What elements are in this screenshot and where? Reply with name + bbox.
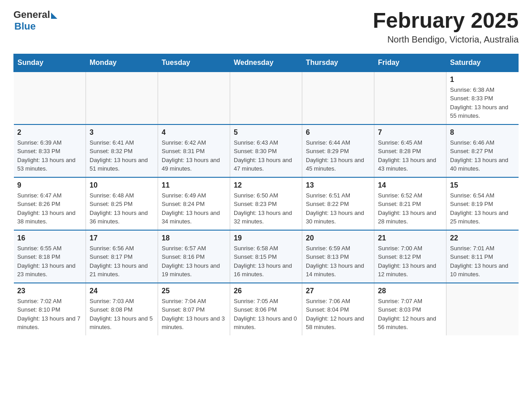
day-info: Sunrise: 7:06 AM Sunset: 8:04 PM Dayligh… — [306, 297, 370, 332]
day-number: 5 — [234, 128, 298, 137]
calendar-week-row: 16Sunrise: 6:55 AM Sunset: 8:18 PM Dayli… — [14, 230, 519, 283]
day-number: 23 — [17, 287, 82, 295]
calendar-day-cell: 19Sunrise: 6:58 AM Sunset: 8:15 PM Dayli… — [230, 230, 302, 283]
calendar-day-cell — [446, 283, 519, 335]
day-info: Sunrise: 6:49 AM Sunset: 8:24 PM Dayligh… — [162, 191, 226, 226]
day-number: 28 — [378, 287, 442, 295]
day-number: 24 — [90, 287, 154, 295]
day-info: Sunrise: 6:59 AM Sunset: 8:13 PM Dayligh… — [306, 244, 370, 279]
day-number: 11 — [162, 181, 226, 189]
weekday-header-tuesday: Tuesday — [158, 54, 230, 72]
day-number: 7 — [378, 128, 442, 137]
day-number: 15 — [450, 181, 515, 189]
calendar-day-cell: 24Sunrise: 7:03 AM Sunset: 8:08 PM Dayli… — [86, 283, 158, 335]
weekday-header-sunday: Sunday — [14, 54, 86, 72]
day-info: Sunrise: 6:39 AM Sunset: 8:33 PM Dayligh… — [17, 138, 82, 173]
calendar-day-cell: 7Sunrise: 6:45 AM Sunset: 8:28 PM Daylig… — [374, 124, 446, 177]
day-info: Sunrise: 6:48 AM Sunset: 8:25 PM Dayligh… — [90, 191, 154, 226]
calendar-day-cell: 18Sunrise: 6:57 AM Sunset: 8:16 PM Dayli… — [158, 230, 230, 283]
day-number: 1 — [450, 76, 515, 84]
calendar-week-row: 9Sunrise: 6:47 AM Sunset: 8:26 PM Daylig… — [14, 177, 519, 230]
day-number: 19 — [234, 234, 298, 242]
calendar-day-cell — [302, 72, 374, 124]
calendar-day-cell: 20Sunrise: 6:59 AM Sunset: 8:13 PM Dayli… — [302, 230, 374, 283]
day-number: 12 — [234, 181, 298, 189]
day-info: Sunrise: 6:38 AM Sunset: 8:33 PM Dayligh… — [450, 86, 515, 120]
calendar-day-cell: 28Sunrise: 7:07 AM Sunset: 8:03 PM Dayli… — [374, 283, 446, 335]
calendar-week-row: 1Sunrise: 6:38 AM Sunset: 8:33 PM Daylig… — [14, 72, 519, 124]
title-block: February 2025 North Bendigo, Victoria, A… — [373, 9, 519, 45]
logo-general-text: General — [13, 9, 50, 21]
day-info: Sunrise: 6:56 AM Sunset: 8:17 PM Dayligh… — [90, 244, 154, 279]
day-info: Sunrise: 7:03 AM Sunset: 8:08 PM Dayligh… — [90, 297, 154, 332]
day-info: Sunrise: 6:43 AM Sunset: 8:30 PM Dayligh… — [234, 138, 298, 173]
calendar-day-cell — [374, 72, 446, 124]
day-number: 17 — [90, 234, 154, 242]
day-number: 18 — [162, 234, 226, 242]
calendar-day-cell: 25Sunrise: 7:04 AM Sunset: 8:07 PM Dayli… — [158, 283, 230, 335]
day-number: 9 — [17, 181, 82, 189]
calendar-day-cell: 3Sunrise: 6:41 AM Sunset: 8:32 PM Daylig… — [86, 124, 158, 177]
day-info: Sunrise: 6:54 AM Sunset: 8:19 PM Dayligh… — [450, 191, 515, 226]
day-number: 27 — [306, 287, 370, 295]
calendar-day-cell: 1Sunrise: 6:38 AM Sunset: 8:33 PM Daylig… — [446, 72, 519, 124]
day-number: 26 — [234, 287, 298, 295]
calendar-day-cell: 4Sunrise: 6:42 AM Sunset: 8:31 PM Daylig… — [158, 124, 230, 177]
day-info: Sunrise: 7:00 AM Sunset: 8:12 PM Dayligh… — [378, 244, 442, 279]
calendar-day-cell: 5Sunrise: 6:43 AM Sunset: 8:30 PM Daylig… — [230, 124, 302, 177]
day-number: 22 — [450, 234, 515, 242]
logo-arrow-icon — [51, 13, 57, 19]
calendar-day-cell: 17Sunrise: 6:56 AM Sunset: 8:17 PM Dayli… — [86, 230, 158, 283]
day-number: 4 — [162, 128, 226, 137]
day-info: Sunrise: 6:46 AM Sunset: 8:27 PM Dayligh… — [450, 138, 515, 173]
day-number: 8 — [450, 128, 515, 137]
calendar-day-cell: 10Sunrise: 6:48 AM Sunset: 8:25 PM Dayli… — [86, 177, 158, 230]
calendar-table: SundayMondayTuesdayWednesdayThursdayFrid… — [13, 54, 519, 335]
logo-blue-text: Blue — [14, 21, 36, 32]
weekday-header-saturday: Saturday — [446, 54, 519, 72]
day-number: 2 — [17, 128, 82, 137]
day-info: Sunrise: 7:01 AM Sunset: 8:11 PM Dayligh… — [450, 244, 515, 279]
day-number: 20 — [306, 234, 370, 242]
day-info: Sunrise: 6:57 AM Sunset: 8:16 PM Dayligh… — [162, 244, 226, 279]
day-info: Sunrise: 7:07 AM Sunset: 8:03 PM Dayligh… — [378, 297, 442, 332]
day-info: Sunrise: 7:04 AM Sunset: 8:07 PM Dayligh… — [162, 297, 226, 332]
day-info: Sunrise: 6:45 AM Sunset: 8:28 PM Dayligh… — [378, 138, 442, 173]
day-info: Sunrise: 7:02 AM Sunset: 8:10 PM Dayligh… — [17, 297, 82, 332]
day-info: Sunrise: 7:05 AM Sunset: 8:06 PM Dayligh… — [234, 297, 298, 332]
day-info: Sunrise: 6:41 AM Sunset: 8:32 PM Dayligh… — [90, 138, 154, 173]
weekday-header-row: SundayMondayTuesdayWednesdayThursdayFrid… — [14, 54, 519, 72]
day-number: 13 — [306, 181, 370, 189]
calendar-day-cell: 12Sunrise: 6:50 AM Sunset: 8:23 PM Dayli… — [230, 177, 302, 230]
calendar-day-cell: 9Sunrise: 6:47 AM Sunset: 8:26 PM Daylig… — [14, 177, 86, 230]
location-subtitle: North Bendigo, Victoria, Australia — [373, 34, 519, 45]
calendar-day-cell: 8Sunrise: 6:46 AM Sunset: 8:27 PM Daylig… — [446, 124, 519, 177]
day-number: 21 — [378, 234, 442, 242]
calendar-day-cell: 23Sunrise: 7:02 AM Sunset: 8:10 PM Dayli… — [14, 283, 86, 335]
day-info: Sunrise: 6:55 AM Sunset: 8:18 PM Dayligh… — [17, 244, 82, 279]
weekday-header-thursday: Thursday — [302, 54, 374, 72]
day-info: Sunrise: 6:52 AM Sunset: 8:21 PM Dayligh… — [378, 191, 442, 226]
calendar-day-cell — [86, 72, 158, 124]
calendar-day-cell: 16Sunrise: 6:55 AM Sunset: 8:18 PM Dayli… — [14, 230, 86, 283]
day-number: 16 — [17, 234, 82, 242]
day-number: 10 — [90, 181, 154, 189]
day-info: Sunrise: 6:58 AM Sunset: 8:15 PM Dayligh… — [234, 244, 298, 279]
weekday-header-wednesday: Wednesday — [230, 54, 302, 72]
day-number: 25 — [162, 287, 226, 295]
calendar-day-cell: 14Sunrise: 6:52 AM Sunset: 8:21 PM Dayli… — [374, 177, 446, 230]
calendar-day-cell: 15Sunrise: 6:54 AM Sunset: 8:19 PM Dayli… — [446, 177, 519, 230]
page-header: General Blue February 2025 North Bendigo… — [13, 9, 519, 45]
day-info: Sunrise: 6:51 AM Sunset: 8:22 PM Dayligh… — [306, 191, 370, 226]
calendar-day-cell: 6Sunrise: 6:44 AM Sunset: 8:29 PM Daylig… — [302, 124, 374, 177]
day-number: 3 — [90, 128, 154, 137]
calendar-day-cell: 27Sunrise: 7:06 AM Sunset: 8:04 PM Dayli… — [302, 283, 374, 335]
calendar-day-cell: 26Sunrise: 7:05 AM Sunset: 8:06 PM Dayli… — [230, 283, 302, 335]
calendar-day-cell — [230, 72, 302, 124]
calendar-week-row: 23Sunrise: 7:02 AM Sunset: 8:10 PM Dayli… — [14, 283, 519, 335]
weekday-header-friday: Friday — [374, 54, 446, 72]
calendar-week-row: 2Sunrise: 6:39 AM Sunset: 8:33 PM Daylig… — [14, 124, 519, 177]
logo: General Blue — [13, 9, 57, 32]
weekday-header-monday: Monday — [86, 54, 158, 72]
calendar-day-cell: 13Sunrise: 6:51 AM Sunset: 8:22 PM Dayli… — [302, 177, 374, 230]
